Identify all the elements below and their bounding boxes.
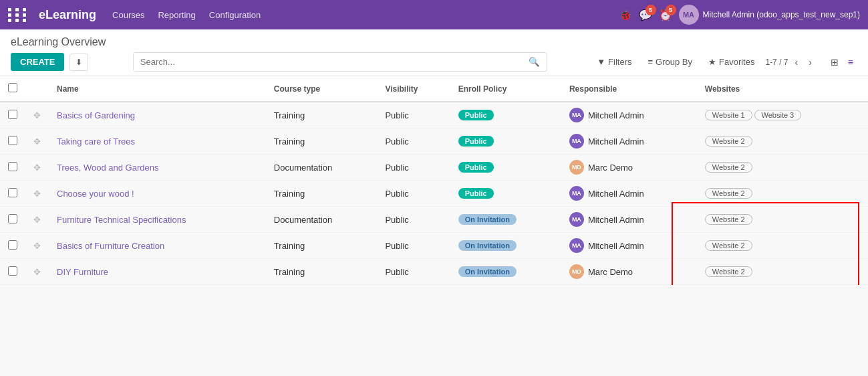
col-name[interactable]: Name bbox=[49, 76, 266, 102]
responsible-avatar: MD bbox=[569, 264, 584, 279]
website-tag[interactable]: Website 2 bbox=[705, 214, 752, 225]
website-tag[interactable]: Website 1 bbox=[705, 110, 752, 120]
nav-courses[interactable]: Courses bbox=[112, 10, 144, 20]
activities-icon[interactable]: ⏰ 5 bbox=[659, 9, 672, 21]
responsible: MDMarc Demo bbox=[561, 155, 697, 181]
group-by-label: Group By bbox=[656, 57, 692, 67]
row-select-checkbox[interactable] bbox=[8, 240, 17, 250]
enroll-policy: On Invitation bbox=[450, 207, 561, 233]
enroll-policy-badge: On Invitation bbox=[458, 266, 517, 277]
col-websites[interactable]: Websites bbox=[697, 76, 868, 102]
download-button[interactable]: ⬇ bbox=[69, 54, 88, 71]
responsible: MAMitchell Admin bbox=[561, 207, 697, 233]
drag-handle[interactable]: ✥ bbox=[25, 102, 49, 128]
user-avatar: MA bbox=[679, 5, 699, 25]
view-toggle: ⊞ ≡ bbox=[827, 55, 857, 70]
nav-reporting[interactable]: Reporting bbox=[158, 10, 195, 20]
table-row: ✥Furniture Technical SpecificationsDocum… bbox=[0, 207, 868, 233]
responsible: MAMitchell Admin bbox=[561, 128, 697, 155]
website-tag[interactable]: Website 2 bbox=[705, 188, 752, 199]
kanban-view-button[interactable]: ⊞ bbox=[827, 55, 843, 70]
enroll-policy: Public bbox=[450, 128, 561, 155]
nav-configuration[interactable]: Configuration bbox=[209, 10, 261, 20]
course-name-link[interactable]: DIY Furniture bbox=[57, 267, 108, 277]
course-name-link[interactable]: Taking care of Trees bbox=[57, 136, 135, 147]
app-switcher-icon[interactable] bbox=[8, 8, 28, 22]
responsible-avatar: MA bbox=[569, 134, 584, 149]
course-name[interactable]: Choose your wood ! bbox=[49, 181, 266, 207]
bug-icon[interactable]: 🐞 bbox=[619, 9, 632, 21]
course-name[interactable]: Taking care of Trees bbox=[49, 128, 266, 155]
select-all-checkbox[interactable] bbox=[8, 83, 17, 92]
topbar: eLearning Courses Reporting Configuratio… bbox=[0, 0, 868, 29]
user-menu[interactable]: MA Mitchell Admin (odoo_apps_test_new_se… bbox=[679, 5, 860, 25]
course-name[interactable]: Furniture Technical Specifications bbox=[49, 207, 266, 233]
toolbar-row: CREATE ⬇ 🔍 ▼ Filters ≡ Group By ★ Favori… bbox=[0, 48, 868, 76]
website-tag[interactable]: Website 2 bbox=[705, 136, 752, 147]
visibility: Public bbox=[377, 259, 450, 285]
enroll-policy-badge: Public bbox=[458, 188, 494, 199]
row-select-checkbox[interactable] bbox=[8, 214, 17, 223]
course-type: Training bbox=[266, 259, 378, 285]
search-input[interactable] bbox=[134, 53, 522, 71]
row-select-checkbox[interactable] bbox=[8, 266, 17, 276]
course-name[interactable]: Trees, Wood and Gardens bbox=[49, 155, 266, 181]
content-area: Name Course type Visibility Enroll Polic… bbox=[0, 76, 868, 285]
col-enroll-policy[interactable]: Enroll Policy bbox=[450, 76, 561, 102]
drag-handle[interactable]: ✥ bbox=[25, 155, 49, 181]
drag-handle[interactable]: ✥ bbox=[25, 181, 49, 207]
drag-handle[interactable]: ✥ bbox=[25, 259, 49, 285]
row-select-checkbox[interactable] bbox=[8, 188, 17, 197]
responsible-name: Mitchell Admin bbox=[588, 241, 644, 251]
responsible: MDMarc Demo bbox=[561, 259, 697, 285]
page-title: eLearning Overview bbox=[11, 36, 106, 48]
websites: Website 2 bbox=[697, 207, 868, 233]
course-name-link[interactable]: Trees, Wood and Gardens bbox=[57, 163, 158, 173]
responsible-avatar: MA bbox=[569, 238, 584, 253]
responsible-name: Marc Demo bbox=[588, 163, 633, 173]
drag-handle[interactable]: ✥ bbox=[25, 207, 49, 233]
drag-handle[interactable]: ✥ bbox=[25, 128, 49, 155]
list-view-button[interactable]: ≡ bbox=[844, 55, 857, 70]
website-tag[interactable]: Website 3 bbox=[754, 110, 802, 120]
row-checkbox bbox=[0, 259, 25, 285]
group-by-button[interactable]: ≡ Group By bbox=[642, 54, 698, 70]
enroll-policy: Public bbox=[450, 181, 561, 207]
filters-button[interactable]: ▼ Filters bbox=[591, 54, 637, 70]
responsible-name: Mitchell Admin bbox=[588, 136, 644, 147]
course-name[interactable]: Basics of Furniture Creation bbox=[49, 233, 266, 259]
course-name-link[interactable]: Basics of Furniture Creation bbox=[57, 241, 164, 251]
row-select-checkbox[interactable] bbox=[8, 110, 17, 119]
filters-label: Filters bbox=[608, 57, 631, 67]
row-select-checkbox[interactable] bbox=[8, 162, 17, 171]
visibility: Public bbox=[377, 155, 450, 181]
col-responsible[interactable]: Responsible bbox=[561, 76, 697, 102]
search-submit-button[interactable]: 🔍 bbox=[522, 53, 547, 71]
main-nav: Courses Reporting Configuration bbox=[112, 10, 261, 20]
activities-badge: 5 bbox=[666, 5, 676, 15]
enroll-policy-badge: On Invitation bbox=[458, 240, 517, 251]
responsible-avatar: MA bbox=[569, 212, 584, 227]
col-visibility[interactable]: Visibility bbox=[377, 76, 450, 102]
prev-page-button[interactable]: ‹ bbox=[790, 55, 802, 70]
course-name-link[interactable]: Choose your wood ! bbox=[57, 189, 134, 199]
course-name-link[interactable]: Basics of Gardening bbox=[57, 110, 135, 120]
messages-icon[interactable]: 💬 5 bbox=[639, 9, 652, 21]
website-tag[interactable]: Website 2 bbox=[705, 162, 752, 173]
course-name[interactable]: DIY Furniture bbox=[49, 259, 266, 285]
row-select-checkbox[interactable] bbox=[8, 136, 17, 145]
visibility: Public bbox=[377, 207, 450, 233]
drag-handle[interactable]: ✥ bbox=[25, 233, 49, 259]
website-tag[interactable]: Website 2 bbox=[705, 266, 752, 277]
enroll-policy-badge: Public bbox=[458, 110, 494, 120]
create-button[interactable]: CREATE bbox=[11, 53, 64, 71]
favorites-button[interactable]: ★ Favorites bbox=[703, 54, 760, 70]
course-type: Training bbox=[266, 128, 378, 155]
course-name-link[interactable]: Furniture Technical Specifications bbox=[57, 215, 186, 225]
next-page-button[interactable]: › bbox=[805, 55, 816, 70]
row-checkbox bbox=[0, 155, 25, 181]
website-tag[interactable]: Website 2 bbox=[705, 240, 752, 251]
course-type: Training bbox=[266, 102, 378, 128]
col-course-type[interactable]: Course type bbox=[266, 76, 378, 102]
course-name[interactable]: Basics of Gardening bbox=[49, 102, 266, 128]
